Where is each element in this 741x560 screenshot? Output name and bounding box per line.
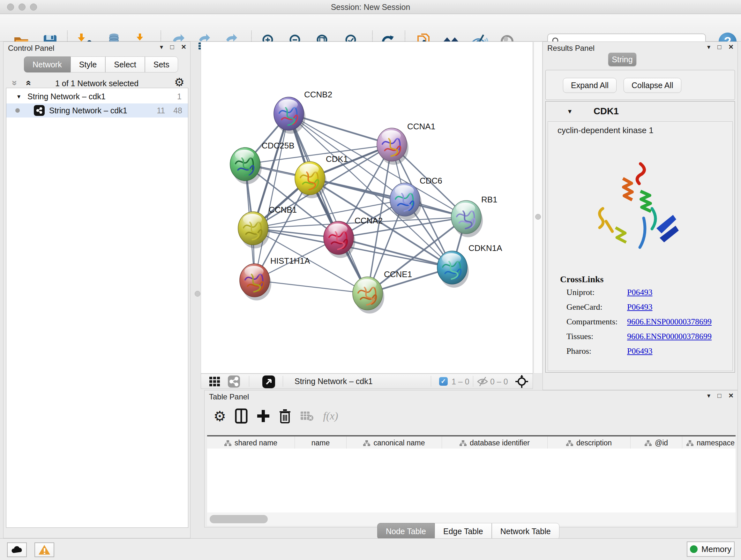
selected-checkbox[interactable]: ✓ (439, 377, 448, 386)
network-options-gear-icon[interactable]: ⚙ (174, 76, 185, 89)
crosslink-link[interactable]: P06493 (627, 302, 652, 317)
right-splitter-strip (534, 42, 542, 374)
network-node-RB1[interactable] (451, 200, 483, 237)
gene-description: cyclin-dependent kinase 1 (557, 125, 654, 135)
network-node-CDKN1A[interactable] (437, 251, 469, 288)
table-toolbar: ⚙ f(x) (213, 407, 338, 425)
network-node-CDK1[interactable] (295, 162, 327, 198)
warning-icon (38, 544, 51, 555)
crosslink-row: Pharos:P06493 (566, 347, 729, 361)
gene-detail-box: cyclin-dependent kinase 1 CrossLinks Uni… (548, 121, 733, 371)
results-panel-close-icon[interactable]: ✕ (728, 43, 734, 51)
tab-select[interactable]: Select (105, 57, 145, 72)
right-splitter-handle[interactable] (535, 214, 541, 220)
results-panel-collapse-icon[interactable]: ▾ (707, 43, 711, 51)
network-node-CCNB2[interactable] (274, 97, 306, 134)
protein-structure-image (593, 160, 682, 262)
show-columns-icon[interactable] (235, 407, 248, 425)
column-header-database-identifier[interactable]: database identifier (442, 436, 548, 450)
crosslink-row: Tissues:9606.ENSP00000378699 (566, 332, 729, 347)
memory-button[interactable]: Memory (687, 542, 735, 557)
table-panel-title: Table Panel (209, 392, 249, 401)
network-edge[interactable] (255, 114, 289, 280)
gene-name: CDK1 (594, 106, 619, 117)
column-header-name[interactable]: name (295, 436, 347, 450)
network-view-canvas[interactable]: CCNB2CCNA1CDC25BCDK1CDC6RB1CCNB1CCNA2CDK… (201, 42, 533, 374)
expand-all-button[interactable]: Expand All (563, 78, 616, 93)
horizontal-scrollbar-thumb[interactable] (210, 515, 268, 523)
table-panel-float-icon[interactable]: □ (718, 392, 721, 399)
crosslink-row: GeneCard:P06493 (566, 302, 729, 317)
crosslink-label: Pharos: (566, 347, 627, 361)
crosslink-link[interactable]: 9606.ENSP00000378699 (627, 317, 712, 332)
tab-network[interactable]: Network (24, 57, 71, 72)
tab-string[interactable]: String (608, 53, 636, 66)
column-header-namespace[interactable]: namespace (682, 436, 736, 450)
results-panel-title: Results Panel (547, 44, 595, 53)
warning-status-button[interactable] (35, 543, 54, 557)
tab-sets[interactable]: Sets (145, 57, 178, 72)
delete-table-icon[interactable] (300, 407, 314, 425)
network-node-HIST1H1A[interactable] (240, 264, 271, 300)
network-node-CCNE1[interactable] (353, 277, 384, 314)
network-collection-row[interactable]: ▾ String Network – cdk1 1 (6, 89, 188, 104)
add-column-icon[interactable] (257, 407, 270, 425)
tab-edge-table[interactable]: Edge Table (434, 523, 492, 540)
network-edge[interactable] (289, 114, 367, 294)
titlebar: Session: New Session (0, 0, 741, 14)
tab-style[interactable]: Style (71, 57, 106, 72)
crosslink-link[interactable]: P06493 (627, 288, 652, 302)
node-label-CCNA2: CCNA2 (354, 216, 383, 226)
birdseye-view-icon[interactable] (515, 375, 529, 388)
table-empty-area (207, 449, 736, 512)
crosslink-row: Uniprot:P06493 (566, 288, 729, 302)
footer-separator (473, 376, 473, 387)
selected-count: 1 – 0 (452, 377, 469, 386)
tab-network-table[interactable]: Network Table (492, 523, 559, 540)
crosslinks-list: Uniprot:P06493GeneCard:P06493Compartment… (566, 288, 729, 361)
results-panel: Results Panel ▾ □ ✕ String Expand All Co… (542, 42, 738, 390)
network-view-toolbar: String Network – cdk1 ✓ 1 – 0 0 – 0 (201, 374, 533, 389)
node-label-CDK1: CDK1 (326, 154, 348, 164)
collapse-all-button[interactable]: Collapse All (623, 78, 681, 93)
cloud-status-button[interactable] (7, 543, 27, 557)
column-header-canonical-name[interactable]: canonical name (347, 436, 442, 450)
network-grid-view-icon[interactable] (209, 375, 221, 388)
network-edge[interactable] (310, 178, 466, 217)
network-share-view-icon[interactable] (228, 375, 240, 388)
gene-expander-icon[interactable]: ▾ (568, 107, 571, 116)
current-network-title: String Network – cdk1 (294, 377, 373, 386)
network-row-selected[interactable]: String Network – cdk1 11 48 (6, 104, 188, 118)
node-label-CCNB2: CCNB2 (304, 90, 332, 99)
network-edge[interactable] (255, 280, 367, 294)
results-panel-float-icon[interactable]: □ (718, 44, 721, 51)
column-header-@id[interactable]: @id (630, 436, 682, 450)
left-splitter-handle[interactable] (195, 291, 200, 297)
column-header-shared-name[interactable]: shared name (207, 436, 295, 450)
hidden-eye-icon[interactable] (477, 376, 488, 387)
open-network-in-window-icon[interactable] (262, 375, 275, 388)
table-options-gear-icon[interactable]: ⚙ (213, 407, 226, 425)
crosslink-row: Compartments:9606.ENSP00000378699 (566, 317, 729, 332)
delete-column-icon[interactable] (279, 407, 291, 425)
control-panel-close-icon[interactable]: ✕ (181, 43, 186, 51)
control-panel-collapse-icon[interactable]: ▾ (160, 43, 163, 51)
network-node-CDC25B[interactable] (230, 147, 262, 184)
network-node-CCNA2[interactable] (324, 221, 355, 258)
function-builder-icon[interactable]: f(x) (323, 407, 338, 425)
crosslink-link[interactable]: P06493 (627, 347, 652, 361)
gene-header-row[interactable]: ▾ CDK1 (546, 102, 735, 121)
collection-expander-icon[interactable]: ▾ (17, 92, 20, 100)
memory-label: Memory (701, 544, 731, 554)
tab-node-table[interactable]: Node Table (377, 523, 434, 540)
control-panel-title: Control Panel (8, 44, 54, 53)
column-header-description[interactable]: description (548, 436, 630, 450)
control-panel: Control Panel ▾ □ ✕ NetworkStyleSelectSe… (3, 42, 191, 538)
table-panel-close-icon[interactable]: ✕ (728, 392, 734, 399)
collection-count: 1 (177, 92, 182, 101)
table-panel-collapse-icon[interactable]: ▾ (707, 392, 711, 399)
control-panel-tabs: NetworkStyleSelectSets (24, 57, 178, 72)
network-node-CCNA1[interactable] (377, 128, 408, 165)
crosslink-link[interactable]: 9606.ENSP00000378699 (627, 332, 712, 347)
control-panel-float-icon[interactable]: □ (170, 44, 174, 51)
